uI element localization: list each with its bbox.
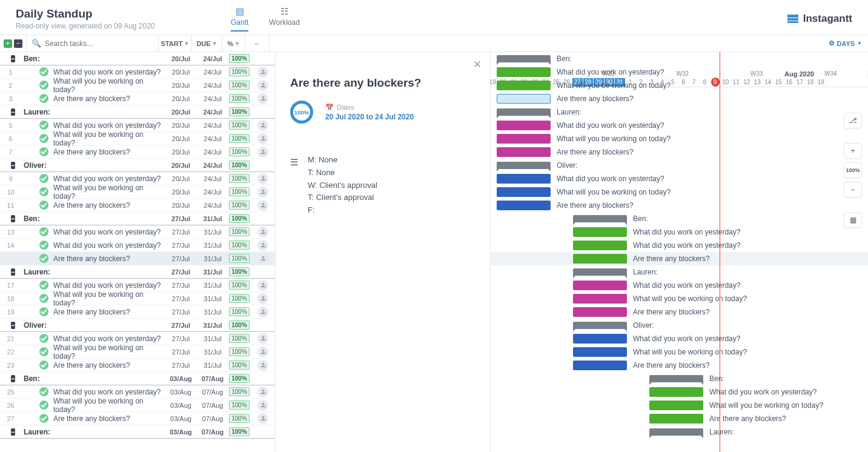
avatar[interactable] xyxy=(257,280,268,291)
gantt-bar[interactable] xyxy=(573,294,627,304)
gantt-bar[interactable] xyxy=(649,387,703,397)
task-row[interactable]: 23Are there any blockers?27/Jul31/Jul100… xyxy=(0,359,275,372)
collapse-icon[interactable]: − xyxy=(11,268,15,276)
gantt-bar[interactable] xyxy=(497,174,551,184)
gantt-bar[interactable] xyxy=(573,268,627,276)
collapse-all-button[interactable]: − xyxy=(14,39,22,48)
group-row[interactable]: −Lauren:20/Jul24/Jul100% xyxy=(0,105,275,119)
avatar[interactable] xyxy=(257,187,268,198)
gantt-bar[interactable] xyxy=(573,254,627,264)
task-row[interactable]: 3Are there any blockers?20/Jul24/Jul100% xyxy=(0,92,275,105)
avatar[interactable] xyxy=(257,93,268,104)
avatar[interactable] xyxy=(257,227,268,238)
gantt-bar[interactable] xyxy=(573,227,627,237)
branch-button[interactable]: ⎇ xyxy=(844,113,862,128)
search-input[interactable] xyxy=(45,39,153,48)
collapse-icon[interactable]: − xyxy=(11,162,15,169)
avatar[interactable] xyxy=(257,333,268,344)
group-row[interactable]: −Ben:20/Jul24/Jul100% xyxy=(0,52,275,65)
collapse-icon[interactable]: − xyxy=(11,428,15,436)
task-row[interactable]: 11Are there any blockers?20/Jul24/Jul100… xyxy=(0,199,275,212)
gantt-bar[interactable] xyxy=(497,162,551,169)
avatar[interactable] xyxy=(257,293,268,304)
gantt-bar[interactable] xyxy=(573,347,627,357)
gantt-bar[interactable] xyxy=(497,201,551,210)
back-button[interactable]: ← xyxy=(245,35,270,52)
avatar[interactable] xyxy=(257,200,268,211)
timescale-button[interactable]: ⚙ DAYS ▼ xyxy=(829,39,862,47)
group-row[interactable]: −Ben:03/Aug07/Aug100% xyxy=(0,372,275,385)
collapse-icon[interactable]: − xyxy=(11,375,15,382)
avatar[interactable] xyxy=(257,253,268,264)
gantt-bar[interactable] xyxy=(649,400,703,410)
gantt-chart[interactable]: Ben:What did you work on yesterday?What … xyxy=(491,52,868,452)
gantt-bar[interactable] xyxy=(497,108,551,116)
avatar[interactable] xyxy=(257,67,268,78)
gantt-bar[interactable] xyxy=(497,121,551,130)
tab-workload[interactable]: ☷ Workload xyxy=(269,6,299,32)
group-row[interactable]: −Lauren:27/Jul31/Jul100% xyxy=(0,265,275,279)
avatar[interactable] xyxy=(257,133,268,144)
minimap-button[interactable]: ▦ xyxy=(844,212,862,228)
gantt-bar[interactable] xyxy=(497,147,551,157)
gantt-bar[interactable] xyxy=(573,322,627,329)
avatar[interactable] xyxy=(257,120,268,131)
gantt-bar[interactable] xyxy=(573,241,627,250)
task-row[interactable]: 10What will you be working on today?20/J… xyxy=(0,185,275,199)
task-row[interactable]: 2What will you be working on today?20/Ju… xyxy=(0,79,275,92)
group-row[interactable]: −Ben:27/Jul31/Jul100% xyxy=(0,212,275,225)
task-row[interactable]: Are there any blockers?27/Jul31/Jul100% xyxy=(0,252,275,265)
col-start-header[interactable]: START▼ xyxy=(159,35,192,52)
task-list[interactable]: −Ben:20/Jul24/Jul100%1What did you work … xyxy=(0,52,276,452)
avatar[interactable] xyxy=(257,347,268,357)
close-icon[interactable]: ✕ xyxy=(473,58,482,71)
gantt-bar[interactable] xyxy=(497,55,551,62)
avatar[interactable] xyxy=(257,240,268,251)
gantt-bar[interactable] xyxy=(497,134,551,144)
task-row[interactable]: 6What will you be working on today?20/Ju… xyxy=(0,132,275,145)
gantt-bar[interactable] xyxy=(497,81,551,90)
task-row[interactable]: 19Are there any blockers?27/Jul31/Jul100… xyxy=(0,305,275,319)
avatar[interactable] xyxy=(257,400,268,411)
avatar[interactable] xyxy=(257,80,268,91)
avatar[interactable] xyxy=(257,173,268,184)
task-row[interactable]: 27Are there any blockers?03/Aug07/Aug100… xyxy=(0,412,275,425)
gantt-bar[interactable] xyxy=(573,361,627,370)
gantt-bar[interactable] xyxy=(497,67,551,77)
task-row[interactable]: 26What will you be working on today?03/A… xyxy=(0,399,275,412)
avatar[interactable] xyxy=(257,307,268,317)
zoom-reset-button[interactable]: 100% xyxy=(844,162,862,178)
avatar[interactable] xyxy=(257,387,268,397)
col-due-header[interactable]: DUE▼ xyxy=(192,35,222,52)
search-box[interactable]: 🔍 xyxy=(26,35,159,52)
group-row[interactable]: −Oliver:27/Jul31/Jul100% xyxy=(0,319,275,332)
task-row[interactable]: 18What will you be working on today?27/J… xyxy=(0,292,275,305)
gantt-bar[interactable] xyxy=(649,414,703,424)
collapse-icon[interactable]: − xyxy=(11,322,15,329)
expand-all-button[interactable]: + xyxy=(4,39,12,48)
task-row[interactable]: 22What will you be working on today?27/J… xyxy=(0,345,275,359)
col-pct-header[interactable]: %▼ xyxy=(222,35,245,52)
gantt-bar[interactable] xyxy=(573,307,627,317)
collapse-icon[interactable]: − xyxy=(11,108,15,116)
task-row[interactable]: 14What did you work on yesterday?27/Jul3… xyxy=(0,239,275,252)
gantt-bar[interactable] xyxy=(497,187,551,197)
avatar[interactable] xyxy=(257,413,268,424)
gantt-bar[interactable] xyxy=(649,375,703,382)
gantt-bar[interactable] xyxy=(573,281,627,290)
tab-gantt[interactable]: ▤ Gantt xyxy=(231,6,248,32)
zoom-out-button[interactable]: − xyxy=(844,182,862,198)
avatar[interactable] xyxy=(257,360,268,371)
gantt-bar[interactable] xyxy=(649,428,703,436)
collapse-icon[interactable]: − xyxy=(11,55,15,62)
collapse-icon[interactable]: − xyxy=(11,215,15,222)
task-row[interactable]: 13What did you work on yesterday?27/Jul3… xyxy=(0,225,275,239)
gantt-bar[interactable] xyxy=(573,334,627,344)
zoom-in-button[interactable]: + xyxy=(844,143,862,159)
group-row[interactable]: −Oliver:20/Jul24/Jul100% xyxy=(0,159,275,172)
gantt-bar[interactable] xyxy=(573,215,627,222)
task-row[interactable]: 7Are there any blockers?20/Jul24/Jul100% xyxy=(0,145,275,159)
avatar[interactable] xyxy=(257,147,268,158)
group-row[interactable]: −Lauren:03/Aug07/Aug100% xyxy=(0,425,275,439)
gantt-bar[interactable] xyxy=(497,94,551,104)
